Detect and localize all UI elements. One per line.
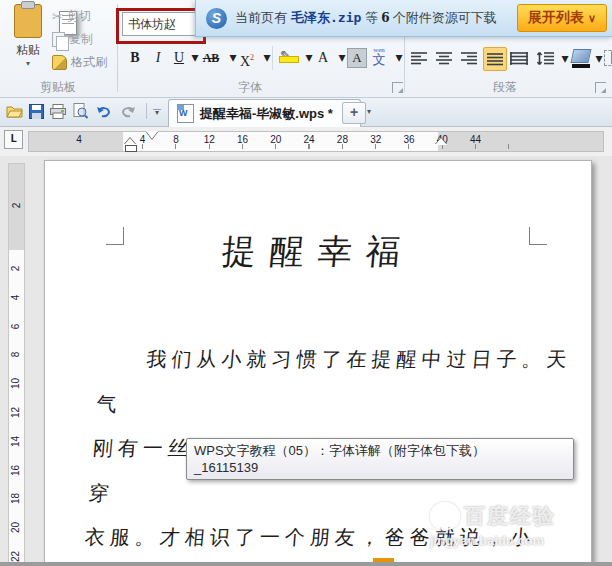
window-bottom-edge [0,562,612,566]
ruler-number: 2 [2,261,31,276]
ruler-number: 12 [2,405,31,420]
ruler-number: 16 [2,462,31,477]
ruler-number: 14 [2,434,31,449]
phonetic-icon: wen文 [373,46,386,64]
highlight-color-button[interactable]: ✎ [279,46,297,70]
highlighter-icon: ✎ [279,46,297,64]
char-shading-button[interactable]: A [347,46,367,70]
ruler-number: 8 [2,347,31,362]
line-spacing-icon [537,52,554,65]
borders-icon [604,50,612,66]
print-preview-button[interactable] [70,101,90,121]
cut-button[interactable]: ✂ 剪切 [52,6,116,27]
wps-document-icon [177,104,194,123]
open-folder-icon [6,104,23,118]
left-indent-marker[interactable] [125,145,137,152]
distributed-button[interactable] [508,47,530,69]
superscript-dropdown[interactable]: ▾ [258,46,276,70]
attachment-count: 6 [381,11,389,25]
paragraph-group-label: 段落 [455,79,555,96]
phonetic-guide-button[interactable]: wen文 [370,46,388,70]
format-painter-label: 格式刷 [71,54,107,71]
bold-button[interactable]: B [126,46,144,70]
expand-list-button[interactable]: 展开列表 ∨ [517,4,607,32]
first-line-indent-marker[interactable] [146,131,158,139]
cut-label: 剪切 [67,8,91,25]
ruler-number: 6 [2,318,31,333]
horizontal-ruler-row: L 4 48121620242832364044 [0,127,612,157]
new-tab-button[interactable]: + [342,102,366,124]
paragraph-dialog-launcher[interactable] [595,82,606,93]
document-tab[interactable]: 提醒幸福-毕淑敏.wps * × [168,99,361,127]
copy-label: 复制 [69,31,93,48]
body-line: 衣服。才相识了一个朋友，爸爸就说，小心 [79,515,561,566]
tooltip: WPS文字教程（05）：字体详解（附字体包下载） _16115139 [186,438,574,480]
paste-dropdown-arrow[interactable]: ▾ [8,59,48,68]
document-title: 提醒幸福 [43,229,593,275]
align-left-icon [411,52,427,65]
separator [146,103,147,119]
justify-button[interactable] [483,47,507,71]
font-dialog-launcher[interactable] [392,82,403,93]
ruler-number: 20 [2,520,31,535]
copy-button[interactable]: 复制 [52,29,116,50]
group-divider [117,4,118,92]
superscript-button[interactable]: X2 [238,46,256,70]
ruler-numbers: 246810121416182022 [9,254,24,566]
align-left-button[interactable] [408,47,430,69]
notification-prefix: 当前页有 [235,9,287,27]
line-spacing-button[interactable] [534,47,556,69]
save-floppy-icon [29,104,44,119]
italic-button[interactable]: I [149,46,167,70]
attachment-link[interactable]: 毛泽东.zip [291,9,361,27]
align-center-button[interactable] [433,47,455,69]
open-button[interactable] [4,101,24,121]
phonetic-dropdown[interactable]: ▾ [390,46,408,70]
format-painter-button[interactable]: 格式刷 [52,52,116,73]
paste-icon [14,4,42,38]
align-right-icon [461,52,477,65]
right-indent-marker[interactable] [435,138,447,145]
borders-button[interactable] [601,47,612,69]
quick-access-dropdown[interactable]: —▾ [150,101,164,121]
undo-button[interactable] [94,101,114,121]
scissors-icon: ✂ [52,9,63,24]
char-shading-icon: A [347,48,367,68]
distributed-icon [510,52,528,65]
notification-suffix: 个附件资源可下载 [393,9,497,27]
paint-bucket-icon [571,49,592,63]
superscript-2: 2 [250,53,254,62]
notification-middle: 等 [365,9,378,27]
vertical-ruler[interactable]: 2 246810121416182022 [8,163,25,566]
hanging-indent-marker[interactable] [124,138,136,145]
ruler-margin-number: 4 [69,134,89,145]
redo-arrow-icon [120,105,136,118]
document-page[interactable]: 提醒幸福 我们从小就习惯了在提醒中过日子。天气刚有一丝风吹草动，妈妈就说，别忘了… [44,160,592,566]
print-button[interactable] [48,101,68,121]
ruler-margin-number: 2 [11,198,22,213]
preview-icon [73,103,88,119]
font-name-input[interactable]: 书体坊赵 [122,12,203,36]
horizontal-ruler[interactable]: 4 48121620242832364044 [28,131,604,152]
paste-button[interactable]: 粘贴 ▾ [8,4,48,76]
downloader-logo-icon: S [206,8,227,29]
tab-stop-selector[interactable]: L [4,130,23,149]
copy-icon [52,32,65,47]
document-tab-bar: —▾ 提醒幸福-毕淑敏.wps * × + ▾ [0,98,612,127]
font-color-button[interactable]: A [314,46,332,70]
ruler-number: 18 [2,491,31,506]
download-notification-bar: S 当前页有 毛泽东.zip 等 6 个附件资源可下载 展开列表 ∨ [195,0,612,37]
redo-button[interactable] [118,101,138,121]
ribbon: 粘贴 ▾ ✂ 剪切 复制 格式刷 剪贴板 书体坊赵 B I U ▾ AB ▾ X… [0,0,612,98]
new-tab-dropdown[interactable]: ▾ [367,107,371,116]
ruler-number: 10 [2,376,31,391]
brush-icon [52,55,67,70]
clipboard-group-label: 剪贴板 [16,79,100,96]
align-right-button[interactable] [458,47,480,69]
wps-writer-window: 粘贴 ▾ ✂ 剪切 复制 格式刷 剪贴板 书体坊赵 B I U ▾ AB ▾ X… [0,0,612,566]
undo-arrow-icon [96,105,112,118]
save-button[interactable] [26,101,46,121]
shading-button[interactable] [570,47,592,69]
strikethrough-button[interactable]: AB [202,46,220,70]
separator [272,46,273,70]
